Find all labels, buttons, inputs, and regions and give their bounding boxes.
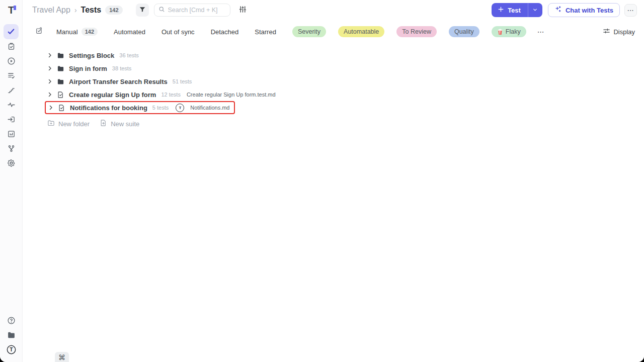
badge-flaky[interactable]: Flaky xyxy=(492,26,526,37)
document-plus-icon xyxy=(100,119,111,128)
suite-name[interactable]: Create regular Sign Up form xyxy=(69,91,156,99)
suite-name[interactable]: Sign in form xyxy=(69,65,107,72)
chat-with-tests-label: Chat with Tests xyxy=(566,7,613,14)
brand-circle-icon: T xyxy=(6,344,17,355)
folder-icon xyxy=(57,65,64,72)
filter-badges: Severity Automatable To Review Quality xyxy=(292,26,545,37)
suite-row-sign-in-form[interactable]: Sign in form 38 tests xyxy=(45,62,135,75)
search-box xyxy=(154,4,230,17)
filter-tab-starred[interactable]: Starred xyxy=(255,28,276,36)
sidebar-item-settings[interactable] xyxy=(4,155,19,170)
sidebar-item-plans[interactable] xyxy=(4,39,19,54)
gear-icon xyxy=(7,159,16,167)
chevron-right-icon[interactable] xyxy=(48,105,54,111)
tests-count-badge: 142 xyxy=(105,6,122,15)
new-suite-button[interactable]: New suite xyxy=(100,119,139,128)
sidebar-nav xyxy=(4,24,19,170)
plus-icon xyxy=(498,6,508,14)
brand-t-icon: T xyxy=(8,5,14,15)
suite-row-notifications-highlighted[interactable]: Notifications for booking 5 tests T Noti… xyxy=(45,101,235,114)
main-area: Travel App › Tests 142 xyxy=(23,0,644,362)
filter-tab-label: Manual xyxy=(56,28,78,36)
new-folder-button[interactable]: New folder xyxy=(47,119,90,128)
chevron-right-icon[interactable] xyxy=(47,92,53,98)
suite-test-count: 5 tests xyxy=(152,105,169,111)
sidebar-item-pulse[interactable] xyxy=(4,97,19,112)
ellipsis-icon: ⋯ xyxy=(627,7,634,14)
filter-tab-detached[interactable]: Detached xyxy=(211,28,239,36)
filter-tab-automated[interactable]: Automated xyxy=(114,28,145,36)
table-row: Airport Transfer Search Results 51 tests xyxy=(45,75,644,88)
sidebar-item-runs[interactable] xyxy=(4,53,19,68)
display-button[interactable]: Display xyxy=(603,27,635,36)
bulk-select-button[interactable] xyxy=(35,27,43,37)
suite-row-create-signup[interactable]: Create regular Sign Up form 12 tests Cre… xyxy=(45,88,280,101)
sparkles-icon xyxy=(554,6,566,15)
chevron-right-icon[interactable] xyxy=(47,78,53,84)
chevron-right-icon[interactable] xyxy=(47,52,53,58)
filter-button[interactable] xyxy=(136,4,149,17)
sidebar-item-help[interactable] xyxy=(4,313,19,328)
table-row: Notifications for booking 5 tests T Noti… xyxy=(45,101,644,114)
badge-quality[interactable]: Quality xyxy=(449,26,479,37)
tune-sliders-icon xyxy=(238,5,247,15)
badge-automatable[interactable]: Automatable xyxy=(338,26,384,37)
topbar-actions: Test Chat with Tests ⋯ xyxy=(492,3,637,17)
folder-icon xyxy=(57,78,64,85)
sidebar-item-projects[interactable] xyxy=(4,327,19,342)
table-row: Create regular Sign Up form 12 tests Cre… xyxy=(45,88,644,101)
topbar: Travel App › Tests 142 xyxy=(23,0,644,20)
bar-chart-icon xyxy=(7,130,16,138)
suite-name[interactable]: Airport Transfer Search Results xyxy=(69,78,168,85)
search-settings-button[interactable] xyxy=(236,4,250,17)
filter-tab-out-of-sync[interactable]: Out of sync xyxy=(162,28,195,36)
chat-with-tests-button[interactable]: Chat with Tests xyxy=(548,3,620,17)
chevron-right-icon[interactable] xyxy=(47,65,53,71)
badge-to-review[interactable]: To Review xyxy=(396,26,437,37)
app-window: T xyxy=(0,0,644,362)
svg-text:T: T xyxy=(10,346,13,352)
suite-name[interactable]: Settings Block xyxy=(69,52,114,59)
suite-file-name: Notifications.md xyxy=(190,105,229,111)
filter-tab-manual[interactable]: Manual 142 xyxy=(56,28,98,36)
sidebar-item-tests[interactable] xyxy=(4,24,19,39)
add-test-button[interactable]: Test xyxy=(492,3,528,17)
badge-severity[interactable]: Severity xyxy=(292,26,326,37)
folder-icon xyxy=(57,52,64,59)
add-test-dropdown-button[interactable] xyxy=(528,3,542,17)
sidebar-item-import[interactable] xyxy=(4,112,19,127)
search-icon xyxy=(158,6,165,15)
funnel-icon xyxy=(139,6,146,15)
suite-name[interactable]: Notifications for booking xyxy=(70,104,147,112)
sidebar-item-reports[interactable] xyxy=(4,126,19,141)
badge-label: Automatable xyxy=(344,28,379,35)
search-input[interactable] xyxy=(168,7,226,14)
command-shortcut-button[interactable]: ⌘ xyxy=(55,352,69,362)
folder-icon xyxy=(7,331,16,339)
badge-label: To Review xyxy=(402,28,431,35)
clipboard-check-icon xyxy=(7,42,16,51)
sidebar-item-results[interactable] xyxy=(4,68,19,83)
suites-tree: Settings Block 36 tests Sign in form 38 … xyxy=(23,49,644,128)
topbar-more-button[interactable]: ⋯ xyxy=(624,4,637,17)
table-row: Settings Block 36 tests xyxy=(45,49,644,62)
filter-more-button[interactable]: ⋯ xyxy=(537,28,545,36)
sidebar-item-steps[interactable] xyxy=(4,82,19,98)
document-check-icon xyxy=(58,104,65,112)
table-row: Sign in form 38 tests xyxy=(45,62,644,75)
suite-test-count: 38 tests xyxy=(112,65,132,71)
app-logo[interactable]: T xyxy=(0,0,23,20)
bulk-select-icon xyxy=(35,27,43,37)
list-check-icon xyxy=(7,71,16,80)
suite-row-airport-transfer[interactable]: Airport Transfer Search Results 51 tests xyxy=(45,75,196,88)
breadcrumb-project[interactable]: Travel App xyxy=(32,6,70,15)
filter-bar: Manual 142 Automated Out of sync Detache… xyxy=(23,23,644,41)
chevron-down-icon xyxy=(532,6,538,15)
sidebar: T xyxy=(0,0,23,362)
suite-row-settings-block[interactable]: Settings Block 36 tests xyxy=(45,49,143,62)
sidebar-item-account[interactable]: T xyxy=(4,342,19,357)
tree-actions: New folder New suite xyxy=(47,119,644,128)
badge-label: Severity xyxy=(298,28,320,35)
sidebar-item-branches[interactable] xyxy=(4,141,19,156)
add-test-split-button: Test xyxy=(492,3,542,17)
